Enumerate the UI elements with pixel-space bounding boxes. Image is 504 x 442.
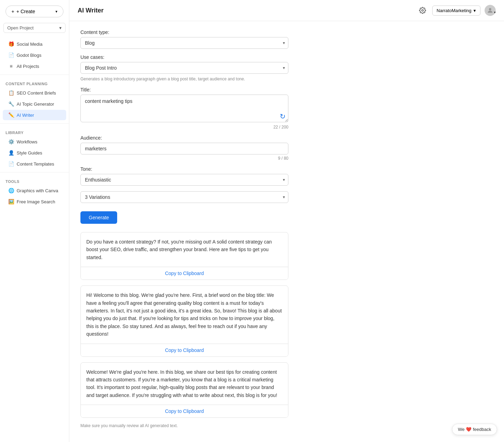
- content-type-select[interactable]: Blog Article Social Media Email: [80, 37, 288, 49]
- use-cases-select-wrapper: Blog Post Intro Blog Post Outline Blog P…: [80, 62, 288, 74]
- library-section-title: LIBRARY: [0, 126, 69, 136]
- use-cases-select[interactable]: Blog Post Intro Blog Post Outline Blog P…: [80, 62, 288, 74]
- feedback-button[interactable]: We ❤️ feedback: [452, 424, 497, 435]
- avatar-icon: [487, 7, 494, 14]
- globe-icon: 🌐: [8, 188, 14, 193]
- project-select[interactable]: Open Project ▾: [3, 23, 66, 33]
- svg-point-1: [489, 8, 492, 10]
- svg-point-0: [422, 10, 423, 11]
- chevron-down-icon: ▾: [55, 9, 58, 14]
- title-textarea[interactable]: content marketing tips: [80, 95, 288, 122]
- result-card-2: Hi! Welcome to this blog. We're glad you…: [80, 285, 288, 356]
- sidebar-label: AI Topic Generator: [17, 101, 54, 107]
- content-planning-section-title: CONTENT PLANNING: [0, 78, 69, 87]
- user-avatar[interactable]: ▾: [485, 5, 496, 16]
- audience-char-count: 9 / 80: [80, 156, 288, 161]
- feedback-suffix: feedback: [473, 427, 491, 432]
- sidebar-label: Godot Blogs: [17, 53, 42, 58]
- sidebar-item-content-templates[interactable]: 📄 Content Templates: [3, 159, 66, 169]
- pencil-icon: ✏️: [8, 112, 14, 118]
- copy-button-2[interactable]: Copy to Clipboard: [81, 344, 288, 356]
- sidebar-label: Free Image Search: [17, 199, 55, 204]
- content-type-select-wrapper: Blog Article Social Media Email ▾: [80, 37, 288, 49]
- audience-field: Audience: 9 / 80: [80, 135, 288, 161]
- sidebar-nav-godot-blogs[interactable]: 📄 Godot Blogs: [3, 50, 66, 60]
- page-title: AI Writer: [78, 7, 104, 14]
- audience-input[interactable]: [80, 143, 288, 154]
- use-cases-label: Use cases:: [80, 54, 288, 60]
- topbar: AI Writer NarratoMarketing ▾ ▾: [69, 0, 504, 21]
- tone-field: Tone: Enthusiastic Professional Casual F…: [80, 166, 288, 186]
- sidebar-item-graphics-canva[interactable]: 🌐 Graphics with Canva: [3, 185, 66, 196]
- main-panel: AI Writer NarratoMarketing ▾ ▾ Conten: [69, 0, 504, 442]
- tone-select[interactable]: Enthusiastic Professional Casual Formal …: [80, 174, 288, 186]
- sidebar-item-ai-topic[interactable]: 🔧 AI Topic Generator: [3, 99, 66, 109]
- chevron-down-icon: ▾: [59, 25, 62, 30]
- tools-section-title: TOOLS: [0, 175, 69, 185]
- sidebar-label: Style Guides: [17, 150, 42, 156]
- use-cases-hint: Generates a blog introductory paragraph …: [80, 77, 288, 81]
- ai-writer-form: Content type: Blog Article Social Media …: [80, 29, 288, 428]
- disclaimer-text: Make sure you manually review all AI gen…: [80, 423, 288, 428]
- workspace-button[interactable]: NarratoMarketing ▾: [432, 6, 480, 16]
- divider: [0, 74, 69, 75]
- topbar-right: NarratoMarketing ▾ ▾: [417, 5, 496, 16]
- sidebar-label: All Projects: [17, 64, 39, 69]
- plus-icon: +: [11, 9, 14, 14]
- copy-button-1[interactable]: Copy to Clipboard: [81, 267, 288, 280]
- content-area: Content type: Blog Article Social Media …: [69, 21, 504, 442]
- refresh-icon[interactable]: ↻: [280, 112, 286, 121]
- gear-icon: [419, 7, 426, 14]
- sidebar-label: AI Writer: [17, 113, 34, 118]
- content-type-label: Content type:: [80, 29, 288, 35]
- sidebar-label: Social Media: [17, 42, 42, 47]
- sidebar-item-style-guides[interactable]: 👤 Style Guides: [3, 148, 66, 158]
- avatar-chevron: ▾: [494, 10, 496, 14]
- variations-select[interactable]: 1 Variation 2 Variations 3 Variations 4 …: [80, 191, 288, 203]
- person-icon: 👤: [8, 150, 14, 156]
- tone-select-wrapper: Enthusiastic Professional Casual Formal …: [80, 174, 288, 186]
- result-card-1: Do you have a content strategy? If not, …: [80, 232, 288, 280]
- sidebar-item-workflows[interactable]: ⚙️ Workflows: [3, 136, 66, 147]
- use-cases-field: Use cases: Blog Post Intro Blog Post Out…: [80, 54, 288, 81]
- wrench-icon: 🔧: [8, 101, 14, 107]
- sidebar-label: Graphics with Canva: [17, 188, 58, 193]
- clipboard-icon: 📋: [8, 90, 14, 96]
- feedback-label: We: [458, 427, 464, 432]
- title-field: Title: content marketing tips ↻ 22 / 200: [80, 87, 288, 130]
- template-icon: 📄: [8, 161, 14, 167]
- result-text-3: Welcome! We're glad you're here. In this…: [81, 363, 288, 405]
- copy-button-3[interactable]: Copy to Clipboard: [81, 405, 288, 417]
- variations-field: 1 Variation 2 Variations 3 Variations 4 …: [80, 191, 288, 203]
- chevron-down-icon: ▾: [473, 8, 476, 13]
- workspace-label: NarratoMarketing: [437, 8, 471, 13]
- file-icon: 📄: [8, 52, 14, 58]
- tone-label: Tone:: [80, 166, 288, 172]
- create-button-label: + Create: [16, 9, 35, 14]
- sidebar-label: SEO Content Briefs: [17, 90, 56, 96]
- sidebar-item-ai-writer[interactable]: ✏️ AI Writer: [3, 110, 66, 120]
- create-button[interactable]: + + Create ▾: [6, 6, 63, 17]
- sidebar: + + Create ▾ Open Project ▾ 🎁 Social Med…: [0, 0, 69, 442]
- sidebar-label: Content Templates: [17, 161, 54, 167]
- audience-input-wrapper: [80, 143, 288, 154]
- heart-icon: ❤️: [466, 427, 471, 432]
- gear-icon: ⚙️: [8, 139, 14, 144]
- sidebar-nav-social-media[interactable]: 🎁 Social Media: [3, 39, 66, 49]
- result-card-3: Welcome! We're glad you're here. In this…: [80, 362, 288, 418]
- settings-button[interactable]: [417, 5, 428, 16]
- content-type-field: Content type: Blog Article Social Media …: [80, 29, 288, 49]
- generate-button[interactable]: Generate: [80, 211, 117, 224]
- sidebar-label: Workflows: [17, 139, 37, 144]
- divider: [0, 172, 69, 173]
- list-icon: ≡: [8, 63, 14, 69]
- title-textarea-wrapper: content marketing tips ↻: [80, 95, 288, 123]
- sidebar-item-free-image[interactable]: 🖼️ Free Image Search: [3, 196, 66, 207]
- project-select-value: Open Project: [7, 25, 34, 30]
- result-text-2: Hi! Welcome to this blog. We're glad you…: [81, 286, 288, 343]
- sidebar-item-seo-briefs[interactable]: 📋 SEO Content Briefs: [3, 88, 66, 98]
- sidebar-nav-all-projects[interactable]: ≡ All Projects: [3, 61, 66, 71]
- result-text-1: Do you have a content strategy? If not, …: [81, 232, 288, 267]
- divider: [0, 123, 69, 124]
- audience-label: Audience:: [80, 135, 288, 141]
